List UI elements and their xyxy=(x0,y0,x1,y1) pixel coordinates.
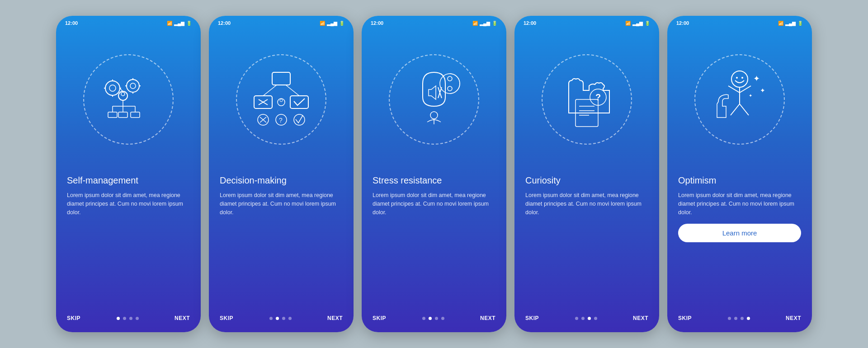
icon-circle-4: ? xyxy=(542,54,632,145)
dot-3-2 xyxy=(435,317,438,320)
wifi-icon-2: 📶 xyxy=(320,21,325,26)
optimism-icon: ✦ ✦ ✦ xyxy=(703,63,776,136)
title-3: Stress resistance xyxy=(373,175,495,186)
content-3: Stress resistance Lorem ipsum dolor sit … xyxy=(362,171,506,309)
skip-btn-5[interactable]: SKIP xyxy=(678,315,692,321)
skip-btn-1[interactable]: SKIP xyxy=(67,315,80,321)
status-bar-4: 12:00 📶 ▂▄▆ 🔋 xyxy=(514,16,659,28)
signal-icon: ▂▄▆ xyxy=(174,21,184,26)
dot-2-2 xyxy=(282,317,285,320)
svg-rect-20 xyxy=(118,112,127,118)
dots-4 xyxy=(575,317,597,320)
content-2: Decision-making Lorem ipsum dolor sit di… xyxy=(209,171,354,309)
status-icons-2: 📶 ▂▄▆ 🔋 xyxy=(320,21,344,26)
status-icons-3: 📶 ▂▄▆ 🔋 xyxy=(472,21,497,26)
status-bar-3: 12:00 📶 ▂▄▆ 🔋 xyxy=(362,16,506,28)
battery-icon: 🔋 xyxy=(186,21,192,26)
svg-point-43 xyxy=(448,86,452,91)
wifi-icon-5: 📶 xyxy=(778,21,783,26)
svg-line-24 xyxy=(263,85,277,96)
status-icons-5: 📶 ▂▄▆ 🔋 xyxy=(778,21,803,26)
next-btn-3[interactable]: NEXT xyxy=(480,315,495,321)
wifi-icon-4: 📶 xyxy=(625,21,631,26)
svg-rect-23 xyxy=(272,72,290,85)
dot-2-0 xyxy=(269,317,273,320)
next-btn-4[interactable]: NEXT xyxy=(633,315,648,321)
icon-area-2: ? xyxy=(209,28,354,171)
bottom-nav-2: SKIP NEXT xyxy=(209,309,354,332)
signal-icon-2: ▂▄▆ xyxy=(327,21,337,26)
svg-text:✦: ✦ xyxy=(753,74,760,83)
svg-rect-19 xyxy=(108,112,117,118)
svg-point-54 xyxy=(741,77,743,79)
icon-circle-1 xyxy=(83,54,174,145)
skip-btn-4[interactable]: SKIP xyxy=(525,315,539,321)
svg-point-42 xyxy=(448,76,452,81)
screens-container: 12:00 📶 ▂▄▆ 🔋 xyxy=(42,2,826,346)
next-btn-2[interactable]: NEXT xyxy=(327,315,343,321)
bottom-nav-3: SKIP NEXT xyxy=(362,309,506,332)
time-4: 12:00 xyxy=(524,20,536,26)
skip-btn-2[interactable]: SKIP xyxy=(220,315,233,321)
body-2: Lorem ipsum dolor sit dim amet, mea regi… xyxy=(220,191,343,217)
dot-2-1 xyxy=(276,317,279,320)
signal-icon-3: ▂▄▆ xyxy=(480,21,490,26)
status-icons-1: 📶 ▂▄▆ 🔋 xyxy=(167,21,192,26)
svg-text:✦: ✦ xyxy=(760,87,765,94)
dot-3-3 xyxy=(441,317,444,320)
content-4: Curiosity Lorem ipsum dolor sit dim amet… xyxy=(514,171,659,309)
next-btn-5[interactable]: NEXT xyxy=(786,315,801,321)
wifi-icon: 📶 xyxy=(167,21,172,26)
status-icons-4: 📶 ▂▄▆ 🔋 xyxy=(625,21,650,26)
svg-text:?: ? xyxy=(595,92,601,102)
time-5: 12:00 xyxy=(676,20,689,26)
bottom-nav-5: SKIP NEXT xyxy=(667,309,812,332)
learn-more-button[interactable]: Learn more xyxy=(678,224,801,242)
dot-5-2 xyxy=(741,317,744,320)
title-1: Self-management xyxy=(67,175,190,186)
signal-icon-4: ▂▄▆ xyxy=(632,21,643,26)
svg-point-1 xyxy=(109,85,116,91)
svg-point-13 xyxy=(121,92,125,96)
title-2: Decision-making xyxy=(220,175,343,186)
skip-btn-3[interactable]: SKIP xyxy=(373,315,386,321)
battery-icon-3: 🔋 xyxy=(492,21,497,26)
icon-circle-3 xyxy=(389,54,479,145)
next-btn-1[interactable]: NEXT xyxy=(175,315,190,321)
screen-decision-making: 12:00 📶 ▂▄▆ 🔋 xyxy=(209,16,354,332)
time-1: 12:00 xyxy=(65,20,78,26)
dot-4-2 xyxy=(588,317,591,320)
body-1: Lorem ipsum dolor sit dim amet, mea regi… xyxy=(67,191,190,217)
svg-line-25 xyxy=(286,85,299,96)
bottom-nav-4: SKIP NEXT xyxy=(514,309,659,332)
svg-point-36 xyxy=(278,99,285,106)
dot-4-1 xyxy=(581,317,585,320)
screen-stress-resistance: 12:00 📶 ▂▄▆ 🔋 xyxy=(362,16,506,332)
dot-1-1 xyxy=(123,317,126,320)
battery-icon-4: 🔋 xyxy=(645,21,650,26)
decision-making-icon: ? xyxy=(245,63,317,136)
icon-area-3 xyxy=(362,28,506,171)
status-bar-1: 12:00 📶 ▂▄▆ 🔋 xyxy=(56,16,201,28)
signal-icon-5: ▂▄▆ xyxy=(785,21,796,26)
time-2: 12:00 xyxy=(218,20,231,26)
dots-5 xyxy=(728,317,750,320)
body-3: Lorem ipsum dolor sit dim amet, mea regi… xyxy=(373,191,495,217)
dot-1-0 xyxy=(117,317,120,320)
dots-1 xyxy=(117,317,139,320)
icon-circle-5: ✦ ✦ ✦ xyxy=(694,54,785,145)
bottom-nav-1: SKIP NEXT xyxy=(56,309,201,332)
svg-line-58 xyxy=(731,104,740,115)
dot-1-2 xyxy=(129,317,132,320)
dots-2 xyxy=(269,317,292,320)
svg-rect-21 xyxy=(131,112,140,118)
status-bar-5: 12:00 📶 ▂▄▆ 🔋 xyxy=(667,16,812,28)
body-5: Lorem ipsum dolor sit dim amet, mea regi… xyxy=(678,191,801,217)
svg-point-52 xyxy=(731,71,748,87)
svg-rect-27 xyxy=(290,96,308,108)
screen-curiosity: 12:00 📶 ▂▄▆ 🔋 ? xyxy=(514,16,659,332)
svg-text:?: ? xyxy=(279,117,283,124)
icon-area-5: ✦ ✦ ✦ xyxy=(667,28,812,171)
wifi-icon-3: 📶 xyxy=(472,21,478,26)
battery-icon-5: 🔋 xyxy=(797,21,803,26)
